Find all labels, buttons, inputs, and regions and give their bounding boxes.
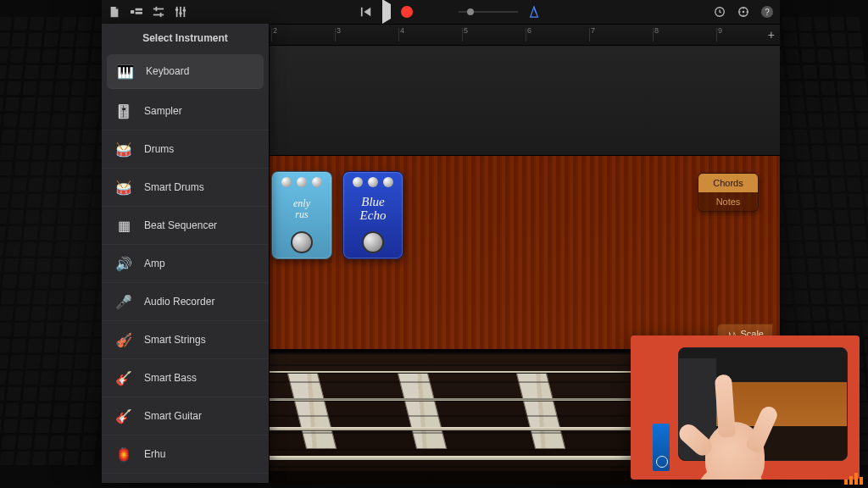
instrument-item-amp[interactable]: 🔊Amp (102, 245, 269, 283)
effect-pedals: enlyrus BlueEcho (271, 171, 403, 259)
instrument-item-keyboard[interactable]: 🎹Keyboard (107, 54, 264, 89)
panel-title: Select Instrument (102, 24, 269, 51)
play-button[interactable] (382, 4, 391, 19)
instrument-label: Drums (144, 143, 174, 155)
instrument-item-erhu[interactable]: 🏮Erhu (102, 435, 269, 474)
svg-point-11 (179, 12, 182, 15)
pedal-echo[interactable]: BlueEcho (342, 171, 403, 259)
chords-notes-toggle[interactable]: Chords Notes (698, 173, 759, 212)
toolbar: ? (102, 0, 780, 24)
svg-point-10 (175, 8, 179, 12)
instrument-item-beat-sequencer[interactable]: ▦Beat Sequencer (102, 207, 269, 245)
svg-point-15 (467, 8, 474, 15)
instrument-label: Sampler (144, 105, 182, 117)
toggle-chords[interactable]: Chords (698, 174, 758, 192)
add-section-icon[interactable]: + (768, 28, 775, 42)
rewind-button[interactable] (360, 6, 372, 18)
instrument-label: Audio Recorder (144, 296, 214, 308)
instrument-label: Smart Strings (144, 334, 206, 346)
loop-browser-icon[interactable] (714, 6, 726, 18)
instrument-item-smart-bass[interactable]: 🎸Smart Bass (102, 359, 269, 397)
instrument-label: Beat Sequencer (144, 219, 217, 231)
svg-rect-13 (361, 8, 363, 17)
pedal-chorus[interactable]: enlyrus (271, 171, 332, 259)
svg-rect-3 (153, 8, 164, 10)
instrument-picker: Select Instrument 🎹Keyboard🎚️Sampler🥁Dru… (102, 24, 270, 483)
instrument-glyph-icon: 🔊 (114, 255, 134, 272)
camera-overlay (631, 336, 860, 480)
instrument-label: Smart Bass (144, 372, 197, 384)
svg-rect-6 (160, 13, 162, 17)
svg-point-12 (183, 9, 186, 13)
instrument-item-audio-recorder[interactable]: 🎤Audio Recorder (102, 283, 269, 321)
instrument-item-smart-strings[interactable]: 🎻Smart Strings (102, 321, 269, 359)
instrument-glyph-icon: 🥁 (114, 141, 134, 158)
hand (690, 363, 783, 480)
instrument-label: Smart Guitar (144, 410, 202, 422)
instrument-label: Smart Drums (144, 181, 204, 193)
instrument-label: Erhu (144, 448, 165, 460)
record-button[interactable] (401, 6, 413, 18)
instrument-item-smart-guitar[interactable]: 🎸Smart Guitar (102, 397, 269, 435)
ipod-prop (653, 424, 670, 471)
instrument-label: Amp (144, 258, 165, 269)
instrument-label: Keyboard (146, 65, 189, 77)
my-songs-icon[interactable] (108, 6, 120, 18)
settings-icon[interactable] (737, 6, 749, 18)
metronome-icon[interactable] (528, 6, 540, 18)
instrument-glyph-icon: 🎸 (114, 369, 134, 386)
instrument-glyph-icon: 🎚️ (114, 103, 134, 119)
instrument-glyph-icon: 🎻 (114, 331, 134, 348)
volume-indicator-icon (844, 471, 865, 485)
instrument-glyph-icon: 🏮 (114, 446, 134, 463)
svg-rect-2 (136, 12, 142, 14)
svg-rect-4 (153, 14, 164, 16)
svg-rect-1 (136, 8, 142, 11)
instrument-glyph-icon: 🎹 (115, 63, 136, 80)
toggle-notes[interactable]: Notes (698, 192, 758, 211)
instrument-item-drums[interactable]: 🥁Drums (102, 130, 269, 169)
instrument-glyph-icon: 🎸 (114, 408, 134, 424)
help-icon[interactable]: ? (761, 6, 773, 18)
svg-point-19 (743, 11, 745, 14)
browser-icon[interactable] (131, 6, 142, 18)
instrument-glyph-icon: 🎤 (114, 293, 134, 310)
instrument-glyph-icon: 🥁 (114, 179, 134, 196)
svg-rect-0 (131, 10, 134, 14)
instrument-glyph-icon: ▦ (114, 217, 134, 234)
fx-icon[interactable] (153, 6, 164, 18)
playhead-scrubber[interactable] (459, 7, 518, 17)
svg-rect-5 (156, 7, 158, 11)
instrument-item-smart-drums[interactable]: 🥁Smart Drums (102, 169, 269, 207)
track-controls-icon[interactable] (175, 6, 186, 18)
instrument-item-sampler[interactable]: 🎚️Sampler (102, 92, 269, 130)
